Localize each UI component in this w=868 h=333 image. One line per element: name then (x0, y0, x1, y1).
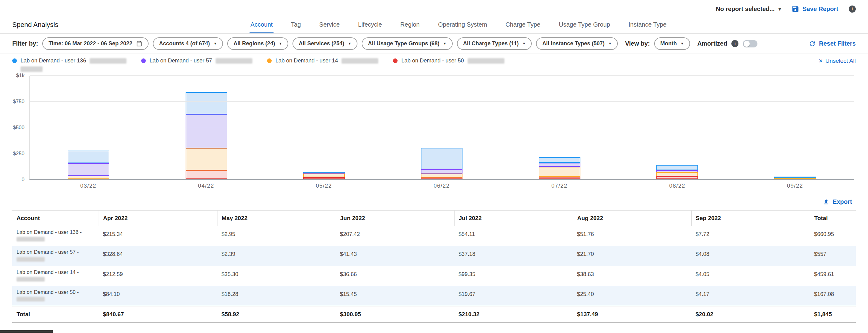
plot-area (29, 76, 854, 180)
top-bar: No report selected... ▾ Save Report i (0, 0, 868, 16)
tab-operating-system[interactable]: Operating System (438, 16, 487, 33)
stacked-bar-08-22[interactable] (656, 76, 698, 179)
filter-pill-0[interactable]: Accounts 4 (of 674)▼ (153, 37, 223, 50)
reset-filters-button[interactable]: Reset Filters (809, 40, 856, 47)
table-cell: $38.63 (573, 266, 691, 286)
x-tick-label: 05/22 (265, 183, 383, 189)
y-axis-spacer (0, 183, 29, 189)
tab-service[interactable]: Service (319, 16, 340, 33)
redacted-text (17, 297, 45, 301)
filter-pill-1[interactable]: All Regions (24)▼ (227, 37, 288, 50)
column-header-5[interactable]: Aug 2022 (573, 210, 691, 226)
stacked-bar-06-22[interactable] (421, 76, 463, 179)
unselect-all-button[interactable]: ✕ Unselect All (818, 58, 856, 64)
bar-segment[interactable] (539, 167, 580, 177)
tab-region[interactable]: Region (400, 16, 420, 33)
tab-tag[interactable]: Tag (291, 16, 301, 33)
redacted-text (17, 257, 45, 262)
stacked-bar-09-22[interactable] (774, 76, 816, 179)
table-row: Lab on Demand - user 136 -$215.34$2.95$2… (12, 226, 856, 246)
bar-segment[interactable] (539, 157, 580, 163)
stacked-bar-05-22[interactable] (303, 76, 345, 179)
chevron-down-icon: ▼ (443, 42, 446, 45)
toggle-knob (744, 41, 750, 47)
filter-pill-4[interactable]: All Charge Types (11)▼ (457, 37, 532, 50)
column-header-7[interactable]: Total (810, 210, 856, 226)
stacked-bar-03-22[interactable] (68, 76, 109, 179)
legend-item[interactable]: Lab on Demand - user 57 (141, 58, 252, 72)
column-header-1[interactable]: Apr 2022 (99, 210, 217, 226)
chevron-down-icon: ▼ (214, 42, 217, 45)
tab-lifecycle[interactable]: Lifecycle (358, 16, 382, 33)
table-cell: $7.72 (691, 226, 810, 246)
report-selector-dropdown[interactable]: No report selected... ▾ (716, 5, 781, 12)
y-tick-label: $1k (16, 72, 25, 79)
stacked-bar-04-22[interactable] (186, 76, 227, 179)
bar-segment[interactable] (774, 176, 816, 178)
column-header-3[interactable]: Jun 2022 (336, 210, 454, 226)
column-header-0[interactable]: Account (12, 210, 99, 226)
bar-segment[interactable] (186, 170, 227, 179)
bar-segment[interactable] (68, 163, 109, 176)
stacked-bar-07-22[interactable] (539, 76, 580, 179)
filter-pill-label: All Usage Type Groups (68) (368, 40, 439, 47)
filter-pill-3[interactable]: All Usage Type Groups (68)▼ (362, 37, 453, 50)
total-cell: $137.49 (573, 306, 691, 323)
scrollbar-thumb[interactable] (0, 330, 53, 333)
tab-account[interactable]: Account (251, 16, 273, 33)
view-by-label: View by: (625, 40, 650, 47)
bar-segment[interactable] (303, 173, 345, 177)
view-by-pill[interactable]: Month ▼ (654, 37, 690, 50)
bar-segment[interactable] (303, 172, 345, 173)
y-tick-label: 0 (22, 176, 25, 183)
bar-segment[interactable] (656, 170, 698, 172)
export-button[interactable]: Export (823, 198, 852, 205)
account-cell: Lab on Demand - user 136 - (12, 226, 99, 246)
amortized-toggle[interactable] (743, 40, 757, 47)
tab-usage-type-group[interactable]: Usage Type Group (559, 16, 610, 33)
bar-segment[interactable] (539, 163, 580, 167)
tab-charge-type[interactable]: Charge Type (505, 16, 540, 33)
table-cell: $15.45 (336, 286, 454, 306)
x-tick-label: 08/22 (618, 183, 736, 189)
total-cell: $840.67 (99, 306, 217, 323)
filter-pill-2[interactable]: All Services (254)▼ (292, 37, 358, 50)
info-icon[interactable]: i (849, 5, 856, 12)
bar-segment[interactable] (303, 177, 345, 179)
info-icon[interactable]: i (732, 40, 739, 47)
column-header-6[interactable]: Sep 2022 (691, 210, 810, 226)
bar-segment[interactable] (68, 176, 109, 179)
column-header-2[interactable]: May 2022 (217, 210, 336, 226)
table-row: Lab on Demand - user 57 -$328.64$2.39$41… (12, 246, 856, 266)
bar-segment[interactable] (186, 148, 227, 170)
bar-segment[interactable] (539, 177, 580, 179)
total-cell: $58.92 (217, 306, 336, 323)
bar-segment[interactable] (68, 151, 109, 163)
legend-item[interactable]: Lab on Demand - user 14 (267, 58, 378, 72)
bar-segment[interactable] (656, 165, 698, 170)
chevron-down-icon: ▼ (279, 42, 282, 45)
save-report-label: Save Report (802, 5, 838, 12)
legend-item[interactable]: Lab on Demand - user 136 (12, 58, 126, 72)
bar-segment[interactable] (421, 148, 463, 169)
table-cell: $99.35 (454, 266, 573, 286)
horizontal-scrollbar[interactable] (0, 330, 868, 333)
bar-segment[interactable] (656, 172, 698, 176)
table-cell: $167.08 (810, 286, 856, 306)
bar-segment[interactable] (186, 114, 227, 148)
bar-segment[interactable] (656, 176, 698, 179)
bar-segment[interactable] (421, 173, 463, 177)
tab-instance-type[interactable]: Instance Type (628, 16, 666, 33)
legend-item[interactable]: Lab on Demand - user 50 (393, 58, 504, 72)
time-range-pill[interactable]: Time: 06 Mar 2022 - 06 Sep 2022 (42, 37, 149, 50)
table-cell: $4.17 (691, 286, 810, 306)
save-report-button[interactable]: Save Report (792, 5, 838, 13)
page-title: Spend Analysis (12, 21, 141, 29)
filter-pill-5[interactable]: All Instance Types (507)▼ (536, 37, 618, 50)
filter-pill-label: All Instance Types (507) (542, 40, 604, 47)
column-header-4[interactable]: Jul 2022 (454, 210, 573, 226)
bar-segment[interactable] (421, 169, 463, 173)
bar-segment[interactable] (186, 92, 227, 114)
chart-band (30, 76, 147, 179)
bar-segment[interactable] (421, 177, 463, 179)
